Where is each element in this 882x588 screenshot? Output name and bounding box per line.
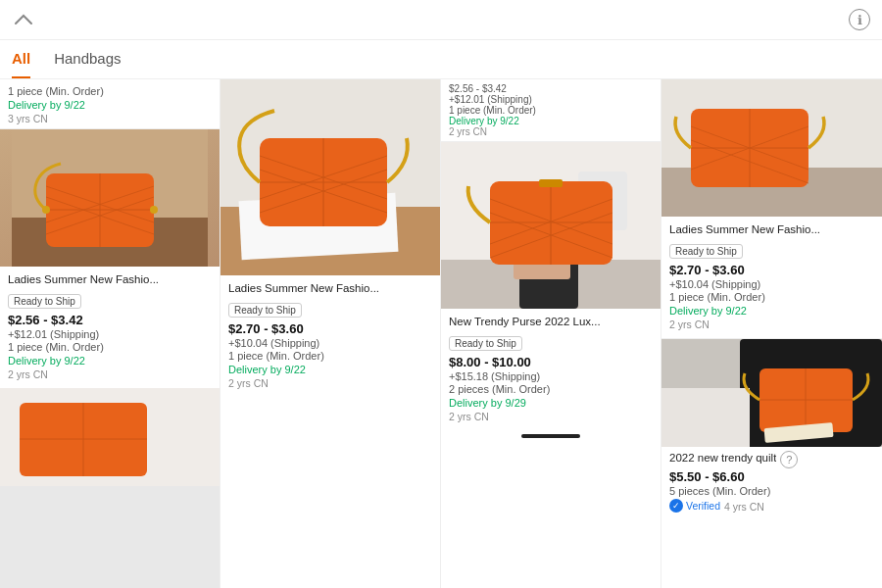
product-title-1a: Ladies Summer New Fashio... bbox=[8, 272, 212, 287]
app-container: ℹ All Handbags 1 piece (Min. Order) Deli… bbox=[0, 0, 882, 588]
seller-4top: 2 yrs CN bbox=[669, 318, 874, 330]
price-2a: $2.70 - $3.60 bbox=[228, 321, 432, 336]
tab-handbags[interactable]: Handbags bbox=[54, 40, 121, 78]
shipping-3a: +$15.18 (Shipping) bbox=[449, 370, 653, 382]
delivery-3a: Delivery by 9/29 bbox=[449, 397, 653, 409]
price-3a: $8.00 - $10.00 bbox=[449, 355, 653, 369]
verified-label: Verified bbox=[686, 500, 720, 512]
product-column-4: Ladies Summer New Fashio... Ready to Shi… bbox=[662, 79, 882, 588]
product-info-2a: Ladies Summer New Fashio... Ready to Shi… bbox=[220, 275, 440, 397]
category-tabs: All Handbags bbox=[0, 40, 882, 79]
delivery-4top: Delivery by 9/22 bbox=[669, 305, 874, 317]
product-title-3a: New Trendy Purse 2022 Lux... bbox=[449, 315, 653, 329]
col1-top-seller: 3 yrs CN bbox=[8, 113, 212, 124]
col1-top-delivery: Delivery by 9/22 bbox=[8, 99, 212, 111]
verified-badge: ✓ Verified bbox=[669, 499, 720, 513]
svg-rect-53 bbox=[662, 388, 750, 447]
product-card-1a[interactable]: Ladies Summer New Fashio... Ready to Shi… bbox=[0, 129, 220, 388]
delivery-1a: Delivery by 9/22 bbox=[8, 355, 212, 367]
product-column-2: Ladies Summer New Fashio... Ready to Shi… bbox=[220, 79, 441, 588]
ready-badge-1a: Ready to Ship bbox=[8, 294, 81, 309]
top-bar: ℹ bbox=[0, 0, 882, 40]
product-info-1a: Ladies Summer New Fashio... Ready to Shi… bbox=[0, 267, 220, 388]
info-icon[interactable]: ℹ bbox=[849, 9, 870, 30]
product-column-3: $2.56 - $3.42 +$12.01 (Shipping) 1 piece… bbox=[441, 79, 662, 588]
minorder-1a: 1 piece (Min. Order) bbox=[8, 341, 212, 353]
product-title-2a: Ladies Summer New Fashio... bbox=[228, 281, 432, 296]
minorder-4top: 1 piece (Min. Order) bbox=[669, 291, 874, 303]
seller-3a: 2 yrs CN bbox=[449, 411, 653, 422]
shipping-2a: +$10.04 (Shipping) bbox=[228, 337, 432, 349]
price-4top: $2.70 - $3.60 bbox=[669, 263, 874, 277]
seller-4b: 4 yrs CN bbox=[724, 501, 764, 513]
seller-1a: 2 yrs CN bbox=[8, 368, 212, 380]
product-image-1a bbox=[0, 129, 220, 267]
price-1a: $2.56 - $3.42 bbox=[8, 313, 212, 327]
minorder-2a: 1 piece (Min. Order) bbox=[228, 350, 432, 362]
product-title-4b: 2022 new trendy quilt bbox=[669, 451, 776, 466]
shipping-4top: +$10.04 (Shipping) bbox=[669, 278, 874, 290]
seller-2a: 2 yrs CN bbox=[228, 377, 432, 389]
svg-rect-42 bbox=[539, 179, 563, 187]
scroll-indicator bbox=[441, 430, 661, 442]
product-info-4b: 2022 new trendy quilt ? $5.50 - $6.60 5 … bbox=[662, 447, 882, 518]
product-column-1: 1 piece (Min. Order) Delivery by 9/22 3 … bbox=[0, 79, 220, 588]
col1-top-minorder: 1 piece (Min. Order) bbox=[8, 85, 212, 97]
delivery-2a: Delivery by 9/22 bbox=[228, 364, 432, 375]
product-grid: 1 piece (Min. Order) Delivery by 9/22 3 … bbox=[0, 79, 882, 588]
ready-badge-3a: Ready to Ship bbox=[449, 336, 522, 351]
shipping-1a: +$12.01 (Shipping) bbox=[8, 328, 212, 340]
svg-point-9 bbox=[42, 206, 50, 214]
price-4b: $5.50 - $6.60 bbox=[669, 469, 874, 484]
verified-check-icon: ✓ bbox=[669, 499, 683, 513]
svg-point-10 bbox=[150, 206, 158, 214]
product-info-4top: Ladies Summer New Fashio... Ready to Shi… bbox=[662, 217, 882, 338]
minorder-4b: 5 pieces (Min. Order) bbox=[669, 485, 874, 497]
product-info-3a: New Trendy Purse 2022 Lux... Ready to Sh… bbox=[441, 309, 661, 430]
tab-all[interactable]: All bbox=[12, 40, 30, 78]
chevron-up-icon[interactable] bbox=[12, 8, 35, 31]
ready-badge-4top: Ready to Ship bbox=[669, 244, 743, 259]
question-icon: ? bbox=[780, 451, 798, 468]
minorder-3a: 2 pieces (Min. Order) bbox=[449, 383, 653, 395]
ready-badge-2a: Ready to Ship bbox=[228, 303, 302, 318]
product-title-4top: Ladies Summer New Fashio... bbox=[669, 222, 874, 237]
